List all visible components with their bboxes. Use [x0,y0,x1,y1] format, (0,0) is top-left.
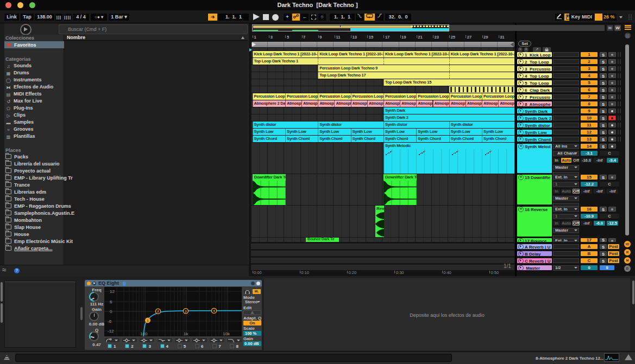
svg-text:1k: 1k [184,331,188,336]
svg-text:6: 6 [110,299,112,304]
svg-text:10k: 10k [223,331,230,336]
svg-text:12: 12 [110,289,115,294]
svg-text:0: 0 [110,309,112,314]
svg-text:-12: -12 [108,329,114,334]
svg-text:-6: -6 [108,319,112,324]
